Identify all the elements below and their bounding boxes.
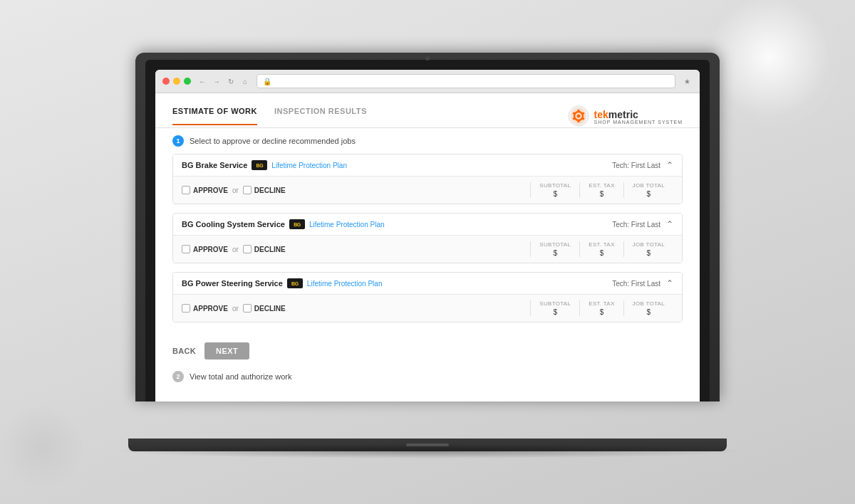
traffic-light-green[interactable] — [184, 78, 191, 85]
bookmark-icon[interactable]: ★ — [681, 75, 693, 87]
tekmetric-logo-icon — [567, 105, 590, 127]
jobtotal-value-brake: $ — [647, 190, 651, 198]
jobtotal-value-cooling: $ — [647, 249, 651, 257]
job-name-cooling: BG Cooling System Service — [182, 220, 285, 229]
chevron-up-steering[interactable]: ⌃ — [666, 278, 673, 288]
approve-cb-box-brake[interactable] — [182, 186, 190, 194]
approve-section-steering: APPROVE or DECLINE — [182, 304, 530, 313]
job-tech-brake: Tech: First Last ⌃ — [612, 160, 673, 170]
jobtotal-label-steering: JOB TOTAL — [633, 300, 665, 307]
nav-refresh-btn[interactable]: ↻ — [225, 75, 237, 87]
traffic-light-yellow[interactable] — [173, 78, 180, 85]
screen-bezel: ← → ↻ ⌂ 🔒 ★ — [145, 60, 710, 401]
decline-checkbox-cooling[interactable]: DECLINE — [243, 245, 286, 253]
lifetime-link-cooling[interactable]: Lifetime Protection Plan — [309, 221, 385, 229]
decline-cb-box-steering[interactable] — [243, 304, 252, 313]
approve-label-steering: APPROVE — [193, 305, 228, 313]
job-title-area-brake: BG Brake Service BG Lifetime Protection … — [182, 160, 347, 170]
address-bar[interactable]: 🔒 — [256, 74, 675, 88]
laptop-lid: ← → ↻ ⌂ 🔒 ★ — [135, 53, 720, 401]
nav-back-btn[interactable]: ← — [197, 75, 208, 87]
browser-window: ← → ↻ ⌂ 🔒 ★ — [155, 70, 700, 401]
approve-cb-box-cooling[interactable] — [182, 245, 190, 253]
approve-checkbox-steering[interactable]: APPROVE — [182, 304, 228, 313]
or-text-steering: or — [232, 305, 239, 313]
logo-subtitle: SHOP MANAGEMENT SYSTEM — [594, 120, 683, 125]
next-button[interactable]: NEXT — [204, 342, 249, 359]
nav-forward-btn[interactable]: → — [211, 75, 222, 87]
esttax-label-brake: Est. Tax — [589, 182, 614, 189]
subtotal-value-brake: $ — [554, 190, 558, 198]
job-row-cooling: APPROVE or DECLINE — [173, 236, 682, 263]
lifetime-link-steering[interactable]: Lifetime Protection Plan — [307, 280, 383, 288]
subtotal-label-cooling: Subtotal — [539, 241, 571, 248]
subtotal-label-steering: Subtotal — [539, 300, 571, 307]
decline-cb-box-brake[interactable] — [243, 186, 252, 194]
camera-dot — [425, 56, 430, 61]
decline-cb-box-cooling[interactable] — [243, 245, 252, 253]
job-name-steering: BG Power Steering Service — [182, 279, 283, 288]
approve-label-cooling: APPROVE — [193, 246, 228, 253]
bottom-nav: BACK NEXT — [155, 334, 700, 368]
subtotal-value-steering: $ — [554, 308, 558, 316]
tech-label-brake: Tech: First Last — [612, 162, 660, 169]
laptop-shadow — [107, 444, 748, 458]
step2-text: View total and authorize work — [190, 372, 292, 381]
chevron-up-cooling[interactable]: ⌃ — [666, 219, 673, 229]
nav-home-btn[interactable]: ⌂ — [239, 75, 251, 87]
tab-estimate[interactable]: ESTIMATE OF WORK — [172, 107, 257, 125]
job-row-brake: APPROVE or DECLINE — [173, 177, 682, 204]
tab-nav: ESTIMATE OF WORK INSPECTION RESULTS — [172, 107, 367, 125]
lifetime-link-brake[interactable]: Lifetime Protection Plan — [271, 162, 347, 169]
approve-label-brake: APPROVE — [193, 187, 228, 194]
pricing-section-brake: Subtotal $ Est. Tax $ JOB TO — [530, 182, 673, 198]
logo-name: tekmetric — [594, 109, 638, 120]
approve-section-cooling: APPROVE or DECLINE — [182, 245, 530, 253]
jobs-container: BG Brake Service BG Lifetime Protection … — [155, 154, 700, 334]
approve-checkbox-brake[interactable]: APPROVE — [182, 186, 228, 194]
esttax-label-cooling: Est. Tax — [589, 241, 614, 248]
approve-section-brake: APPROVE or DECLINE — [182, 186, 530, 194]
job-tech-cooling: Tech: First Last ⌃ — [612, 219, 673, 229]
or-text-cooling: or — [232, 246, 239, 253]
tab-inspection[interactable]: INSPECTION RESULTS — [274, 107, 367, 125]
browser-nav: ← → ↻ ⌂ — [197, 75, 251, 87]
page-content: ESTIMATE OF WORK INSPECTION RESULTS — [155, 93, 700, 401]
job-title-area-cooling: BG Cooling System Service BG Lifetime Pr… — [182, 219, 385, 229]
svg-point-2 — [576, 115, 580, 118]
job-header-brake: BG Brake Service BG Lifetime Protection … — [173, 154, 682, 177]
tech-label-steering: Tech: First Last — [612, 280, 660, 288]
job-row-steering: APPROVE or DECLINE — [173, 295, 682, 322]
esttax-value-steering: $ — [600, 308, 604, 316]
approve-checkbox-cooling[interactable]: APPROVE — [182, 245, 228, 253]
step1-badge: 1 — [172, 135, 184, 147]
page-header: ESTIMATE OF WORK INSPECTION RESULTS — [155, 93, 700, 128]
subtotal-col-steering: Subtotal $ — [530, 300, 579, 316]
esttax-label-steering: Est. Tax — [589, 300, 614, 307]
approve-cb-box-steering[interactable] — [182, 304, 190, 313]
decorative-blob-bottom — [0, 404, 86, 490]
logo-text-block: tekmetric SHOP MANAGEMENT SYSTEM — [594, 108, 683, 125]
svg-rect-6 — [577, 120, 579, 122]
esttax-col-cooling: Est. Tax $ — [579, 241, 623, 257]
subtotal-col-brake: Subtotal $ — [530, 182, 579, 198]
jobtotal-value-steering: $ — [647, 308, 651, 316]
job-card-brake: BG Brake Service BG Lifetime Protection … — [172, 154, 683, 204]
jobtotal-label-brake: JOB TOTAL — [633, 182, 665, 189]
pricing-section-cooling: Subtotal $ Est. Tax $ JOB TO — [530, 241, 673, 257]
job-header-steering: BG Power Steering Service BG Lifetime Pr… — [173, 273, 682, 295]
decline-checkbox-brake[interactable]: DECLINE — [243, 186, 286, 194]
browser-actions: ★ — [681, 75, 693, 87]
logo-area: tekmetric SHOP MANAGEMENT SYSTEM — [567, 105, 683, 127]
jobtotal-col-cooling: JOB TOTAL $ — [623, 241, 673, 257]
decline-checkbox-steering[interactable]: DECLINE — [243, 304, 286, 313]
traffic-light-red[interactable] — [162, 78, 170, 85]
or-text-brake: or — [232, 187, 239, 194]
tech-label-cooling: Tech: First Last — [612, 221, 660, 229]
esttax-col-steering: Est. Tax $ — [579, 300, 623, 316]
chevron-up-brake[interactable]: ⌃ — [666, 160, 673, 170]
bg-badge-steering: BG — [287, 278, 303, 288]
job-title-area-steering: BG Power Steering Service BG Lifetime Pr… — [182, 278, 382, 288]
back-button[interactable]: BACK — [172, 347, 196, 355]
svg-rect-3 — [577, 110, 579, 112]
